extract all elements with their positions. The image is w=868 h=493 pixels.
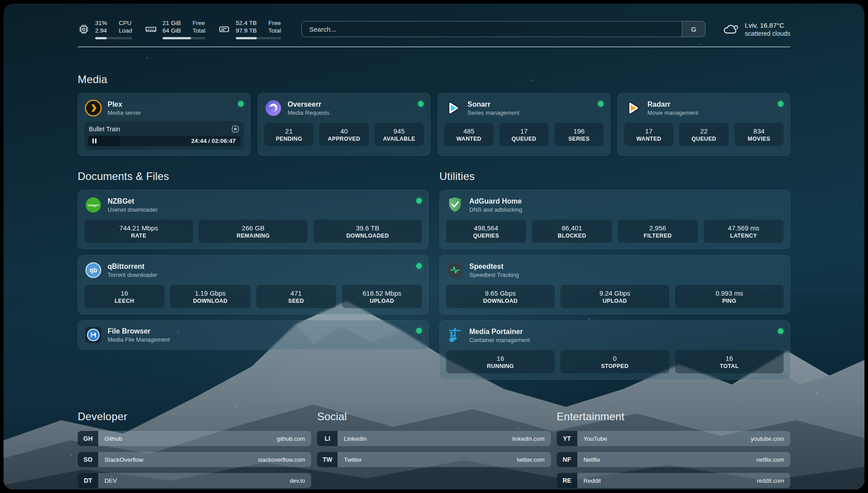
bookmark-github[interactable]: GH Github github.com bbox=[78, 431, 311, 446]
bookmark-dev[interactable]: DT DEV dev.to bbox=[78, 473, 311, 488]
stat-value: 485 bbox=[463, 127, 475, 135]
stat-tile: 471 SEED bbox=[256, 285, 336, 308]
stat-tile: 17 WANTED bbox=[624, 123, 673, 146]
stat-value: 39.6 TB bbox=[356, 224, 379, 232]
pause-icon[interactable] bbox=[92, 138, 96, 143]
app-desc: Usenet downloader bbox=[108, 206, 158, 213]
search-engine-button[interactable]: G bbox=[682, 21, 705, 37]
bookmark-twitter[interactable]: TW Twitter twitter.com bbox=[317, 452, 551, 467]
stat-tile: 834 MOVIES bbox=[734, 123, 784, 146]
stat-value: 498,564 bbox=[474, 224, 498, 232]
stat-value: 0 bbox=[613, 355, 617, 363]
svg-text:nzbget: nzbget bbox=[88, 203, 99, 207]
stat-label: WANTED bbox=[636, 136, 661, 142]
playback-progress-bar[interactable]: 24:44 / 02:06:47 bbox=[88, 136, 240, 146]
app-name: Overseerr bbox=[288, 100, 330, 109]
stat-label: UPLOAD bbox=[370, 298, 394, 304]
bookmark-url: youtube.com bbox=[751, 435, 784, 442]
app-desc: DNS and adblocking bbox=[469, 206, 522, 213]
stat-value: 16 bbox=[726, 355, 733, 363]
stat-label: DOWNLOAD bbox=[483, 298, 517, 304]
playback-time: 24:44 / 02:06:47 bbox=[191, 138, 236, 144]
netflix-abbr-icon: NF bbox=[557, 452, 577, 467]
cpu-progress-fill bbox=[95, 37, 107, 39]
stat-value: 9.65 Gbps bbox=[485, 289, 516, 297]
bookmark-stackoverflow[interactable]: SO StackOverflow stackoverflow.com bbox=[78, 452, 311, 467]
media-section: Media Plex Media server bbox=[78, 73, 790, 156]
stat-value: 618.52 Mbps bbox=[363, 289, 401, 297]
stat-label: FILTERED bbox=[644, 233, 672, 239]
cloud-icon bbox=[722, 21, 739, 37]
app-name: Radarr bbox=[647, 100, 698, 109]
plex-now-playing: Bullet Train bbox=[84, 121, 244, 150]
stat-tile: 2,956 FILTERED bbox=[618, 220, 698, 243]
bookmark-netflix[interactable]: NF Netflix netflix.com bbox=[557, 452, 790, 467]
app-name: AdGuard Home bbox=[469, 197, 522, 206]
portainer-card[interactable]: Media Portainer Container management 16 … bbox=[439, 320, 790, 380]
stat-label: DOWNLOAD bbox=[193, 298, 227, 304]
plex-card[interactable]: Plex Media server Bullet Train bbox=[78, 93, 250, 156]
app-name: NZBGet bbox=[108, 197, 158, 206]
adguard-icon bbox=[446, 196, 464, 214]
status-dot bbox=[598, 101, 604, 107]
stat-label: REMAINING bbox=[237, 233, 270, 239]
nzbget-card[interactable]: nzbget NZBGet Usenet downloader 744.21 M… bbox=[78, 190, 429, 249]
stat-tile: 0 STOPPED bbox=[560, 350, 669, 373]
sonarr-card[interactable]: Sonarr Series management 485 WANTED 17 Q… bbox=[438, 93, 610, 156]
radarr-card[interactable]: Radarr Movie management 17 WANTED 22 QUE… bbox=[618, 93, 790, 156]
bookmark-youtube[interactable]: YT YouTube youtube.com bbox=[557, 431, 790, 446]
bookmark-url: netflix.com bbox=[756, 456, 784, 463]
speedtest-card[interactable]: Speedtest Speedtest Tracking 9.65 Gbps D… bbox=[439, 255, 790, 314]
search-bar: G bbox=[301, 21, 705, 37]
social-section: Social LI LinkedIn linkedin.com TW Twitt… bbox=[317, 410, 551, 489]
bookmark-linkedin[interactable]: LI LinkedIn linkedin.com bbox=[317, 431, 551, 446]
stat-tile: 618.52 Mbps UPLOAD bbox=[342, 285, 422, 308]
app-desc: Torrent downloader bbox=[108, 271, 157, 279]
stat-tile: 86,401 BLOCKED bbox=[532, 220, 612, 243]
stat-label: DOWNLOADED bbox=[346, 233, 389, 239]
disk-value-free: 52.4 TB bbox=[236, 19, 257, 27]
playback-progress-fill bbox=[88, 136, 120, 146]
twitter-abbr-icon: TW bbox=[317, 452, 338, 467]
overseerr-card[interactable]: Overseerr Media Requests 21 PENDING 40 A… bbox=[258, 93, 430, 156]
status-dot bbox=[416, 198, 422, 204]
snow-specks bbox=[4, 4, 5, 5]
status-dot bbox=[778, 328, 784, 334]
now-playing-title: Bullet Train bbox=[89, 125, 120, 133]
disk-progress-track bbox=[236, 37, 281, 39]
stat-value: 2,956 bbox=[649, 224, 666, 232]
qbittorrent-card[interactable]: qb qBittorrent Torrent downloader 16 LEE… bbox=[78, 255, 429, 314]
cpu-stat-group: 31% 2.94 CPU Load bbox=[78, 19, 132, 39]
stat-value: 22 bbox=[700, 127, 708, 135]
filebrowser-card[interactable]: File Browser Media File Management bbox=[78, 320, 429, 350]
stop-icon[interactable] bbox=[231, 125, 239, 133]
dashboard-screen: 31% 2.94 CPU Load bbox=[4, 4, 864, 489]
weather-widget[interactable]: Lviv, 16.87°C scattered clouds bbox=[722, 21, 790, 38]
search-input[interactable] bbox=[302, 21, 682, 37]
stat-label: LATENCY bbox=[730, 233, 757, 239]
app-name: qBittorrent bbox=[108, 262, 157, 271]
stat-label: PING bbox=[722, 298, 736, 304]
stat-label: AVAILABLE bbox=[383, 136, 415, 142]
ram-label-1: Free bbox=[192, 19, 205, 27]
stat-tile: 16 LEECH bbox=[84, 285, 164, 308]
bookmark-reddit[interactable]: RE Reddit reddit.com bbox=[557, 473, 790, 488]
cpu-label-2: Load bbox=[119, 27, 132, 34]
developer-section-title: Developer bbox=[78, 410, 311, 423]
stat-tile: 17 QUEUED bbox=[499, 123, 548, 146]
adguard-card[interactable]: AdGuard Home DNS and adblocking 498,564 … bbox=[439, 190, 790, 249]
weather-location-temp: Lviv, 16.87°C bbox=[745, 21, 790, 29]
app-name: File Browser bbox=[108, 327, 170, 336]
disk-label-1: Free bbox=[268, 19, 281, 27]
status-dot bbox=[238, 101, 244, 107]
stat-value: 40 bbox=[340, 127, 348, 135]
ram-progress-fill bbox=[163, 37, 191, 39]
bookmark-name: Github bbox=[104, 435, 122, 442]
cpu-value-percent: 31% bbox=[95, 19, 107, 27]
stat-tile: 485 WANTED bbox=[444, 123, 493, 146]
stat-tile: 47.569 ms LATENCY bbox=[704, 220, 784, 243]
stat-tile: 266 GB REMAINING bbox=[199, 220, 307, 243]
stat-tile: 744.21 Mbps RATE bbox=[84, 220, 193, 243]
weather-condition: scattered clouds bbox=[745, 29, 790, 38]
stat-label: QUERIES bbox=[473, 233, 499, 239]
